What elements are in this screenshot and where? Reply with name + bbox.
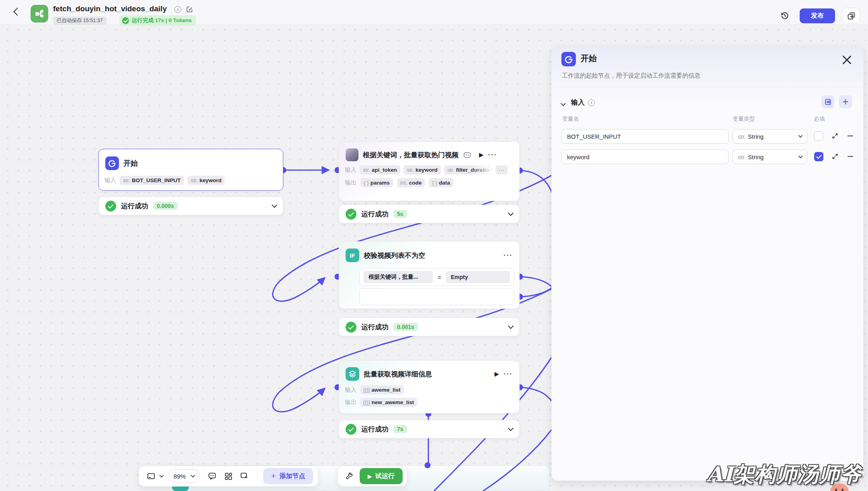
info-icon[interactable]: i — [174, 6, 181, 13]
plugin-avatar — [346, 148, 358, 161]
edit-icon[interactable] — [186, 6, 193, 13]
variable-name-input[interactable] — [561, 150, 729, 164]
variable-type-select[interactable]: str. String — [733, 129, 807, 144]
batch-output-label: 输出 — [345, 399, 356, 406]
chevron-down-icon[interactable] — [272, 202, 277, 207]
coze-plugin-icon — [463, 151, 471, 159]
publish-button[interactable]: 发布 — [800, 8, 835, 23]
condition-left-operand[interactable]: 根据关键词，批量... — [364, 271, 433, 283]
node-batch[interactable]: 批量获取视频详细信息 ▶ ··· 输入 [{}]aweme_list 输出 [{… — [339, 360, 520, 413]
variable-tag: { }data — [429, 178, 453, 187]
status-text: 运行成功 — [361, 210, 389, 219]
close-icon[interactable] — [842, 54, 851, 63]
if-status-bar[interactable]: 运行成功 0.001s — [339, 318, 520, 336]
node-plugin[interactable]: 根据关键词，批量获取热门视频 ▶ ··· 输入 str.api_token st… — [339, 142, 520, 201]
duration-badge: 5s — [393, 210, 407, 218]
expand-icon[interactable] — [831, 152, 839, 161]
node-condition[interactable]: IF 校验视频列表不为空 ··· 如果 根据关键词，批量... = Empty … — [339, 241, 520, 309]
more-tags-pill[interactable]: ··· — [495, 165, 508, 175]
status-text: 运行成功 — [121, 201, 148, 211]
toolbar-divider — [257, 471, 258, 481]
variable-type-select[interactable]: str. String — [733, 150, 807, 164]
zoom-level-select[interactable]: 89% — [168, 469, 200, 483]
input-section-title: 输入 — [571, 98, 585, 107]
condition-right-operand[interactable]: Empty — [446, 271, 510, 283]
run-complete-badge[interactable]: 运行完成 17s | 0 Tokens — [119, 15, 196, 26]
duplicate-icon[interactable] — [842, 8, 860, 24]
minimap-toggle-icon[interactable] — [144, 469, 158, 483]
chevron-down-icon[interactable] — [508, 323, 514, 329]
batch-node-icon — [346, 367, 359, 381]
duration-badge: 7s — [393, 425, 407, 433]
more-menu-icon[interactable]: ··· — [488, 151, 497, 159]
edge-plugin-out — [520, 171, 552, 192]
app-header: fetch_douyin_hot_videos_daily i 已自动保存 15… — [0, 0, 868, 25]
success-check-icon — [105, 201, 116, 212]
success-check-icon — [346, 209, 356, 220]
start-status-bar[interactable]: 运行成功 0.000s — [98, 197, 283, 215]
variable-tag: { }params — [360, 178, 393, 187]
variable-name-input[interactable] — [561, 129, 729, 144]
success-check-icon — [346, 424, 356, 435]
status-text: 运行成功 — [361, 323, 389, 332]
panel-title: 开始 — [581, 53, 597, 64]
batch-node-title: 批量获取视频详细信息 — [364, 370, 432, 379]
canvas-toolbar: 89% + 添加节点 — [139, 466, 318, 487]
duration-badge: 0.000s — [153, 202, 178, 210]
variable-tag: str.keyword — [403, 165, 441, 175]
panel-divider — [552, 87, 863, 87]
plugin-input-label: 输入 — [345, 166, 356, 174]
if-condition-box[interactable]: 根据关键词，批量... = Empty — [359, 268, 514, 286]
comment-icon[interactable] — [205, 469, 219, 483]
import-variables-button[interactable] — [821, 95, 834, 108]
edge-if-false-out — [520, 288, 552, 297]
workflow-title: fetch_douyin_hot_videos_daily — [53, 4, 167, 13]
condition-operator: = — [438, 274, 441, 281]
plugin-status-bar[interactable]: 运行成功 5s — [339, 205, 520, 223]
remove-row-icon[interactable] — [846, 131, 855, 140]
info-icon[interactable]: i — [588, 99, 595, 106]
column-variable-name: 变量名 — [562, 115, 579, 123]
success-check-icon — [346, 322, 356, 333]
add-variable-button[interactable] — [839, 95, 852, 108]
if-node-icon: IF — [346, 249, 359, 262]
workflow-app-icon — [31, 5, 48, 23]
start-node-icon — [105, 156, 119, 170]
else-branch-box[interactable] — [359, 288, 514, 305]
node-start[interactable]: 开始 输入 str.BOT_USER_INPUT str.keyword — [98, 149, 283, 191]
required-checkbox[interactable] — [814, 131, 823, 141]
plus-icon: + — [271, 472, 276, 481]
more-menu-icon[interactable]: ··· — [504, 251, 513, 259]
remove-row-icon[interactable] — [846, 152, 855, 161]
workflow-canvas[interactable]: 开始 输入 str.BOT_USER_INPUT str.keyword 运行成… — [0, 0, 868, 491]
variable-tag: str.keyword — [188, 176, 225, 185]
start-node-title: 开始 — [123, 158, 138, 168]
chevron-down-icon[interactable] — [508, 425, 514, 431]
more-menu-icon[interactable]: ··· — [504, 370, 513, 378]
add-node-button[interactable]: + 添加节点 — [263, 468, 313, 484]
run-node-icon[interactable]: ▶ — [494, 370, 499, 378]
auto-layout-icon[interactable] — [221, 469, 235, 483]
history-icon[interactable] — [777, 8, 792, 23]
wrench-icon[interactable] — [342, 469, 356, 483]
select-frame-icon[interactable] — [237, 469, 252, 483]
test-run-button[interactable]: ▶ 试运行 — [360, 468, 403, 484]
variable-tag: str.BOT_USER_INPUT — [120, 176, 184, 185]
start-node-icon — [561, 52, 576, 66]
zoom-level-value: 89% — [174, 473, 186, 480]
plugin-output-label: 输出 — [345, 179, 356, 187]
chevron-down-icon[interactable] — [508, 210, 514, 216]
status-text: 运行成功 — [361, 425, 389, 434]
required-checkbox[interactable] — [814, 152, 823, 161]
variable-tag: int.code — [397, 178, 425, 187]
run-node-icon[interactable]: ▶ — [479, 151, 484, 158]
edge-if-true-out — [520, 277, 552, 287]
start-input-label: 输入 — [104, 177, 116, 184]
node-config-panel: 开始 工作流的起始节点，用于设定启动工作流需要的信息 输入 i 变量名 变量类型… — [551, 47, 864, 481]
plugin-node-title: 根据关键词，批量获取热门视频 — [363, 150, 459, 160]
chevron-down-icon[interactable] — [159, 473, 164, 477]
expand-icon[interactable] — [831, 131, 839, 140]
back-icon[interactable] — [13, 8, 21, 16]
batch-status-bar[interactable]: 运行成功 7s — [339, 420, 520, 438]
chevron-down-icon — [190, 473, 195, 477]
